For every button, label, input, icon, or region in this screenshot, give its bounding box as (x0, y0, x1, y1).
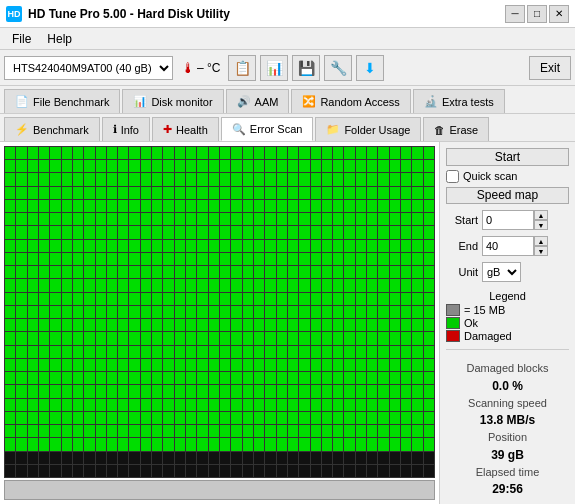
grid-cell (175, 306, 185, 318)
grid-cell (175, 425, 185, 437)
quick-scan-label[interactable]: Quick scan (463, 170, 517, 182)
title-left: HD HD Tune Pro 5.00 - Hard Disk Utility (6, 6, 230, 22)
grid-cell (163, 173, 173, 185)
toolbar-btn-3[interactable]: 💾 (292, 55, 320, 81)
toolbar-btn-4[interactable]: 🔧 (324, 55, 352, 81)
divider-1 (446, 349, 569, 350)
start-button[interactable]: Start (446, 148, 569, 166)
grid-cell (401, 293, 411, 305)
grid-cell (378, 253, 388, 265)
tab-error-scan[interactable]: 🔍 Error Scan (221, 117, 314, 141)
grid-cell (39, 226, 49, 238)
grid-cell (367, 399, 377, 411)
grid-cell (62, 425, 72, 437)
grid-cell (367, 200, 377, 212)
grid-cell (129, 412, 139, 424)
grid-cell (186, 372, 196, 384)
tab-health[interactable]: ✚ Health (152, 117, 219, 141)
tab-disk-monitor[interactable]: 📊 Disk monitor (122, 89, 223, 113)
grid-cell (299, 200, 309, 212)
grid-cell (16, 465, 26, 477)
grid-cell (62, 173, 72, 185)
grid-cell (412, 240, 422, 252)
grid-cell (220, 319, 230, 331)
end-input[interactable] (482, 236, 534, 256)
grid-cell (412, 266, 422, 278)
end-decrement-btn[interactable]: ▼ (534, 246, 548, 256)
legend-item-size: = 15 MB (446, 304, 569, 316)
unit-select[interactable]: MB gB TB (482, 262, 521, 282)
tab-info[interactable]: ℹ Info (102, 117, 150, 141)
quick-scan-row: Quick scan (446, 170, 569, 183)
grid-cell (209, 452, 219, 464)
start-decrement-btn[interactable]: ▼ (534, 220, 548, 230)
tab-random-access[interactable]: 🔀 Random Access (291, 89, 410, 113)
grid-cell (16, 173, 26, 185)
maximize-button[interactable]: □ (527, 5, 547, 23)
grid-cell (107, 438, 117, 450)
tab-erase[interactable]: 🗑 Erase (423, 117, 489, 141)
grid-cell (96, 359, 106, 371)
grid-cell (16, 160, 26, 172)
grid-cell (424, 425, 434, 437)
grid-cell (50, 332, 60, 344)
tab-benchmark[interactable]: ⚡ Benchmark (4, 117, 100, 141)
grid-cell (378, 266, 388, 278)
tab-aam[interactable]: 🔊 AAM (226, 89, 290, 113)
tab-extra-tests[interactable]: 🔬 Extra tests (413, 89, 505, 113)
grid-cell (50, 240, 60, 252)
toolbar-btn-1[interactable]: 📋 (228, 55, 256, 81)
toolbar-btn-2[interactable]: 📊 (260, 55, 288, 81)
grid-cell (254, 399, 264, 411)
grid-cell (152, 359, 162, 371)
drive-select[interactable]: HTS424040M9AT00 (40 gB) (4, 56, 173, 80)
start-increment-btn[interactable]: ▲ (534, 210, 548, 220)
grid-cell (367, 253, 377, 265)
grid-cell (254, 200, 264, 212)
speed-map-button[interactable]: Speed map (446, 187, 569, 205)
grid-cell (401, 160, 411, 172)
disk-monitor-icon: 📊 (133, 95, 147, 108)
grid-cell (231, 438, 241, 450)
grid-cell (378, 332, 388, 344)
grid-cell (299, 385, 309, 397)
grid-cell (311, 425, 321, 437)
menu-help[interactable]: Help (39, 30, 80, 48)
grid-cell (390, 425, 400, 437)
grid-cell (28, 187, 38, 199)
start-input[interactable] (482, 210, 534, 230)
grid-cell (84, 253, 94, 265)
tab-folder-usage[interactable]: 📁 Folder Usage (315, 117, 421, 141)
exit-button[interactable]: Exit (529, 56, 571, 80)
quick-scan-checkbox[interactable] (446, 170, 459, 183)
menu-file[interactable]: File (4, 30, 39, 48)
erase-icon: 🗑 (434, 124, 445, 136)
grid-cell (163, 412, 173, 424)
close-button[interactable]: ✕ (549, 5, 569, 23)
grid-cell (243, 412, 253, 424)
grid-cell (299, 359, 309, 371)
grid-cell (186, 385, 196, 397)
grid-cell (73, 213, 83, 225)
grid-cell (175, 385, 185, 397)
grid-cell (390, 452, 400, 464)
grid-cell (129, 425, 139, 437)
toolbar-btn-5[interactable]: ⬇ (356, 55, 384, 81)
grid-cell (62, 187, 72, 199)
end-increment-btn[interactable]: ▲ (534, 236, 548, 246)
tab-file-benchmark[interactable]: 📄 File Benchmark (4, 89, 120, 113)
grid-cell (265, 425, 275, 437)
grid-cell (265, 266, 275, 278)
grid-cell (311, 359, 321, 371)
minimize-button[interactable]: ─ (505, 5, 525, 23)
grid-cell (84, 306, 94, 318)
grid-cell (299, 147, 309, 159)
grid-cell (175, 213, 185, 225)
grid-cell (254, 385, 264, 397)
grid-cell (16, 240, 26, 252)
grid-cell (322, 160, 332, 172)
grid-cell (277, 200, 287, 212)
grid-cell (186, 200, 196, 212)
grid-cell (209, 399, 219, 411)
grid-cell (175, 319, 185, 331)
